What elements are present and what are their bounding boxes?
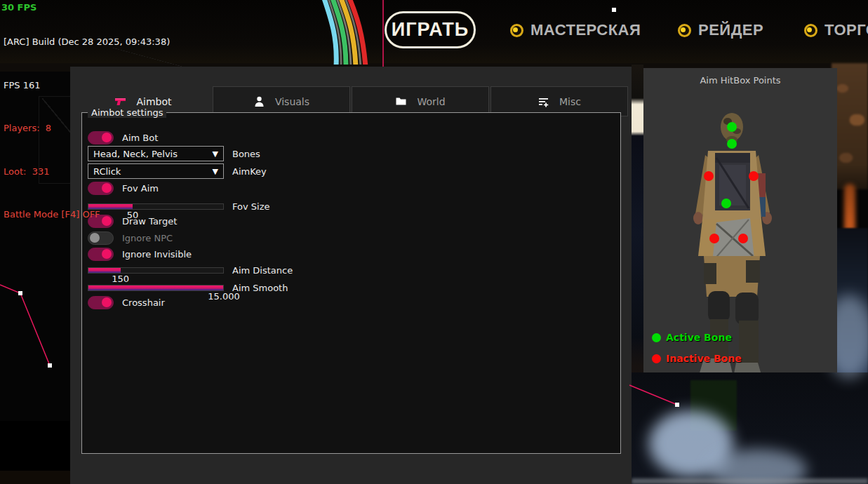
hitbox-point-neck: [727, 139, 737, 149]
person-icon: [253, 95, 265, 107]
folder-icon: [395, 95, 407, 107]
hitbox-point-pelvis: [721, 199, 731, 208]
hitbox-point-left-shoulder: [704, 171, 714, 181]
game-screen: 30 FPS [ARC] Build (Dec 28 2025, 09:43:3…: [0, 0, 868, 484]
legend-active-bone: Active Bone: [652, 332, 732, 343]
crosshair-row: Crosshair: [88, 295, 165, 310]
crosshair-toggle[interactable]: [88, 296, 114, 309]
hud-players-line: Players: 8: [4, 121, 170, 136]
coin-icon: [804, 24, 817, 37]
filter-plus-icon: [538, 95, 549, 107]
aim-smooth-slider[interactable]: [88, 285, 224, 291]
chevron-down-icon: ▼: [213, 167, 218, 176]
toggle-knob: [102, 297, 112, 307]
aim-distance-slider[interactable]: [88, 267, 224, 274]
hitbox-point-head: [727, 122, 737, 132]
active-bone-dot-icon: [652, 333, 661, 342]
legend-inactive-bone: Inactive Bone: [652, 353, 742, 364]
chevron-down-icon: ▼: [213, 149, 218, 159]
aim-smooth-value: 15.000: [208, 291, 240, 302]
aim-smooth-row: 15.000 Aim Smooth: [88, 280, 288, 295]
coin-icon: [510, 24, 523, 37]
hitbox-point-right-shoulder: [749, 171, 759, 181]
play-button[interactable]: ИГРАТЬ: [385, 11, 476, 48]
hud-loot-line: Loot: 331: [4, 165, 170, 180]
hitbox-preview-panel: Aim HitBox Points: [643, 68, 837, 372]
hud-battlemode-line: Battle Mode [F4] OFF: [4, 208, 170, 222]
player-model-preview: [643, 68, 837, 372]
aim-distance-row: 150 Aim Distance: [88, 262, 293, 278]
hud-fps-line: FPS 161: [4, 79, 170, 93]
menu-item-raider[interactable]: РЕЙДЕР: [678, 21, 763, 39]
hitbox-point-left-hip: [709, 234, 719, 243]
coin-icon: [678, 24, 691, 37]
menu-item-trade[interactable]: ТОРГО: [804, 21, 868, 39]
hitbox-point-right-hip: [738, 234, 748, 243]
menu-item-workshop[interactable]: МАСТЕРСКАЯ: [510, 21, 641, 39]
hud-overlay: 30 FPS [ARC] Build (Dec 28 2025, 09:43:3…: [4, 0, 15, 58]
hud-build-line: [ARC] Build (Dec 28 2025, 09:43:38): [4, 35, 170, 50]
inactive-bone-dot-icon: [652, 354, 661, 363]
